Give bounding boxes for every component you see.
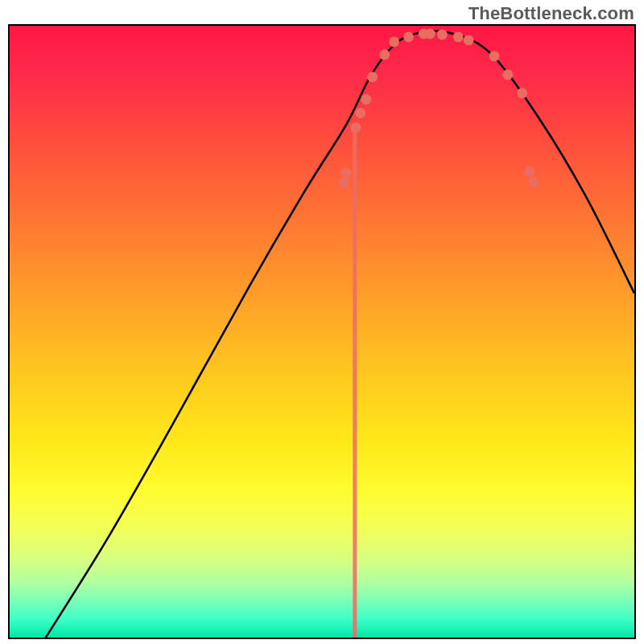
data-point bbox=[350, 122, 361, 133]
data-point bbox=[367, 72, 378, 82]
scatter-points bbox=[338, 28, 539, 188]
chart-content bbox=[46, 28, 634, 638]
data-point bbox=[489, 51, 499, 61]
data-point bbox=[355, 108, 365, 118]
chart-frame bbox=[8, 24, 636, 639]
data-point bbox=[338, 178, 349, 188]
data-point bbox=[453, 31, 464, 42]
data-point bbox=[437, 29, 448, 39]
watermark-text: TheBottleneck.com bbox=[469, 3, 634, 24]
data-point bbox=[341, 168, 351, 179]
bottleneck-curve bbox=[46, 31, 634, 638]
data-point bbox=[403, 31, 414, 42]
data-point bbox=[361, 94, 371, 105]
data-point bbox=[517, 88, 527, 98]
data-point bbox=[528, 177, 539, 188]
data-point bbox=[502, 69, 513, 80]
marker-bar bbox=[353, 132, 357, 638]
data-point bbox=[425, 28, 436, 39]
data-point bbox=[389, 36, 399, 47]
chart-svg bbox=[10, 26, 634, 638]
data-point bbox=[379, 49, 390, 60]
data-point bbox=[524, 167, 535, 177]
data-point bbox=[464, 35, 474, 45]
